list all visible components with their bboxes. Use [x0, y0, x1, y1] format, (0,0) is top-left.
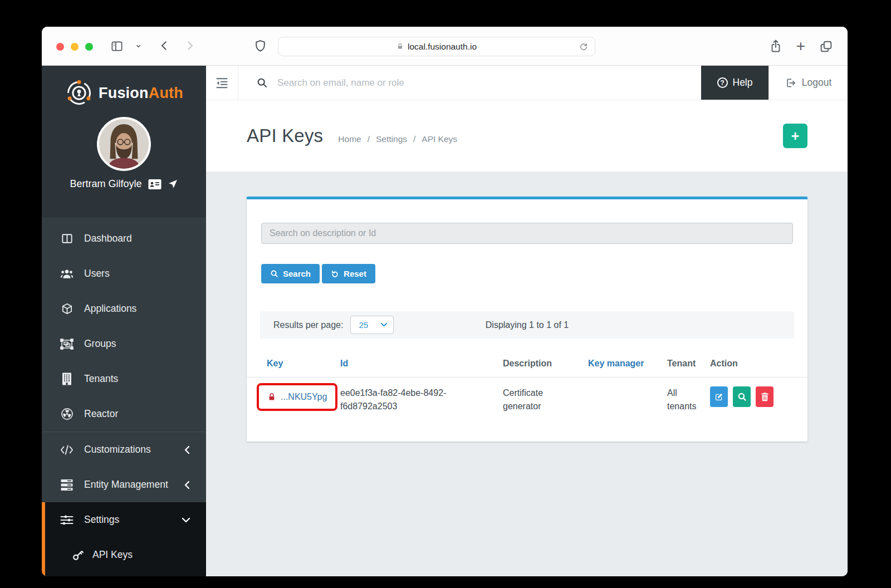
- sidebar-item-label: Entity Management: [84, 479, 168, 491]
- search-icon: [256, 77, 268, 89]
- lock-icon: [268, 393, 276, 401]
- undo-icon: [331, 270, 339, 278]
- key-icon: [71, 549, 85, 561]
- reload-icon[interactable]: [579, 42, 589, 52]
- results-per-page-value: 25: [359, 320, 368, 330]
- chevron-down-icon[interactable]: [134, 42, 143, 50]
- sidebar-item-entity-management[interactable]: Entity Management: [42, 467, 206, 502]
- displaying-status: Displaying 1 to 1 of 1: [486, 320, 569, 330]
- table-header: Key Id Description Key manager Tenant Ac…: [247, 359, 807, 378]
- results-per-page-label: Results per page:: [273, 320, 343, 330]
- sidebar-item-api-keys[interactable]: API Keys: [45, 537, 206, 572]
- breadcrumb-home[interactable]: Home: [338, 134, 361, 144]
- column-action: Action: [710, 359, 807, 369]
- brand-word-2: Auth: [149, 85, 183, 101]
- global-search-input[interactable]: [277, 77, 701, 89]
- breadcrumb-separator: /: [413, 134, 415, 144]
- zoom-window-button[interactable]: [85, 43, 93, 51]
- api-key-search-input[interactable]: [261, 223, 793, 244]
- new-tab-icon[interactable]: +: [796, 40, 805, 53]
- sidebar-collapsible-groups: Customizations Entity Management: [42, 432, 206, 502]
- results-per-page-select[interactable]: 25: [350, 316, 394, 334]
- content-area: Search Reset Results per page: 25: [206, 171, 848, 576]
- sidebar-item-label: API Keys: [92, 549, 133, 561]
- logout-button[interactable]: Logout: [768, 66, 848, 100]
- add-api-key-button[interactable]: +: [783, 124, 807, 148]
- help-label: Help: [733, 77, 753, 89]
- browser-window: local.fusionauth.io +: [42, 27, 848, 576]
- code-icon: [60, 444, 74, 455]
- column-id[interactable]: Id: [340, 359, 503, 369]
- forward-icon[interactable]: [183, 39, 197, 52]
- reset-button[interactable]: Reset: [322, 264, 375, 283]
- user-name: Bertram Gilfoyle: [70, 178, 141, 190]
- help-button[interactable]: ? Help: [701, 66, 768, 100]
- brand-section: FusionAuth Bertram Gilfoyle: [42, 66, 206, 218]
- api-key-tenant: All tenants: [667, 386, 699, 413]
- window-controls: [56, 43, 93, 51]
- sidebar-item-groups[interactable]: Groups: [42, 326, 206, 361]
- sidebar-item-label: Dashboard: [84, 233, 132, 244]
- search-button[interactable]: Search: [261, 264, 320, 283]
- view-button[interactable]: [733, 386, 751, 407]
- sidebar-item-applications[interactable]: Applications: [42, 291, 206, 326]
- sidebar-item-tenants[interactable]: Tenants: [42, 361, 206, 396]
- login-location-icon[interactable]: [168, 179, 178, 189]
- edit-icon: [714, 393, 723, 401]
- row-actions: [710, 386, 807, 407]
- column-key[interactable]: Key: [267, 359, 340, 369]
- logout-label: Logout: [802, 77, 832, 89]
- avatar[interactable]: [97, 117, 151, 171]
- column-tenant: Tenant: [667, 359, 710, 369]
- api-key-link[interactable]: ...NKU5Ypg: [281, 390, 327, 404]
- breadcrumb-separator: /: [368, 134, 370, 144]
- column-key-manager[interactable]: Key manager: [588, 359, 667, 369]
- close-window-button[interactable]: [56, 43, 64, 51]
- plus-icon: +: [791, 128, 800, 144]
- brand-word-1: Fusion: [99, 85, 149, 101]
- sidebar-item-dashboard[interactable]: Dashboard: [42, 221, 206, 256]
- fusionauth-logo[interactable]: FusionAuth: [42, 66, 206, 107]
- columns-icon: [60, 232, 74, 245]
- chevron-left-icon: [184, 445, 190, 454]
- server-icon: [60, 479, 74, 491]
- sidebar-item-label: Settings: [84, 514, 119, 526]
- sidebar-nav: Dashboard Users: [42, 218, 206, 432]
- building-icon: [60, 373, 74, 385]
- top-navbar: ? Help Logout: [206, 66, 848, 100]
- breadcrumb-settings[interactable]: Settings: [376, 134, 407, 144]
- page-title: API Keys: [247, 125, 323, 146]
- sidebar-item-label: Applications: [84, 303, 136, 315]
- sidebar-item-customizations[interactable]: Customizations: [42, 432, 206, 467]
- delete-button[interactable]: [756, 386, 773, 407]
- browser-chrome: local.fusionauth.io +: [42, 27, 848, 66]
- page-header: API Keys Home / Settings / API Keys +: [206, 100, 848, 171]
- breadcrumb: Home / Settings / API Keys: [338, 134, 457, 144]
- sidebar-item-settings[interactable]: Settings: [45, 502, 206, 537]
- results-bar: Results per page: 25 Displaying 1 to 1 o…: [260, 311, 794, 339]
- chevron-down-icon: [182, 517, 190, 523]
- sidebar-toggle-icon[interactable]: [110, 39, 124, 53]
- outdent-icon: [215, 77, 229, 89]
- search-icon: [270, 270, 278, 278]
- sidebar-item-label: Tenants: [84, 373, 118, 385]
- sliders-icon: [60, 514, 74, 526]
- magnifier-icon: [737, 392, 747, 401]
- privacy-shield-icon[interactable]: [253, 39, 267, 53]
- object-group-icon: [60, 338, 74, 350]
- api-key-description: Certificate generator: [503, 386, 571, 413]
- breadcrumb-current: API Keys: [422, 134, 457, 144]
- share-icon[interactable]: [769, 39, 782, 53]
- collapse-menu-button[interactable]: [206, 66, 238, 100]
- sidebar-item-reactor[interactable]: Reactor: [42, 396, 206, 432]
- fusionauth-logo-icon: [65, 79, 94, 107]
- tab-overview-icon[interactable]: [819, 40, 833, 53]
- id-card-icon[interactable]: [148, 179, 161, 190]
- address-bar[interactable]: local.fusionauth.io: [278, 37, 595, 56]
- edit-button[interactable]: [710, 386, 728, 407]
- minimize-window-button[interactable]: [71, 43, 79, 51]
- sidebar-settings-section: Settings API Keys: [42, 502, 206, 576]
- back-icon[interactable]: [158, 39, 171, 52]
- users-icon: [60, 268, 74, 280]
- sidebar-item-users[interactable]: Users: [42, 256, 206, 291]
